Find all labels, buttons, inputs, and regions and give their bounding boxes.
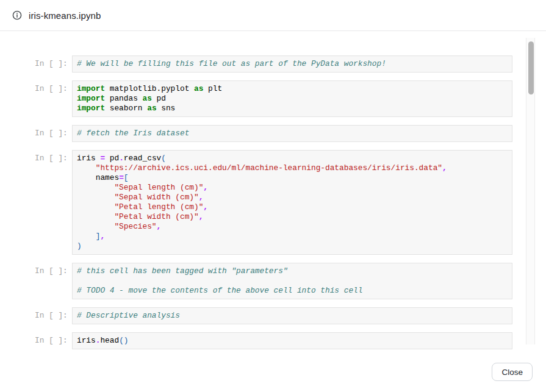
cell-prompt: In [ ]: xyxy=(35,150,68,255)
code-cell-input: # We will be filling this file out as pa… xyxy=(72,55,512,73)
cell-prompt: In [ ]: xyxy=(35,55,68,73)
code-cell-input: # this cell has been tagged with "parame… xyxy=(72,263,512,299)
scrollbar-thumb[interactable] xyxy=(528,41,534,94)
notebook-cell: In [ ]:# Descriptive analysis xyxy=(35,307,512,324)
notebook-cell: In [ ]:iris.head() xyxy=(35,332,512,349)
code-cell-input: iris.head() xyxy=(72,332,512,349)
info-icon xyxy=(12,10,22,20)
code-cell-input: iris = pd.read_csv( "https://archive.ics… xyxy=(72,150,512,255)
notebook-preview: In [ ]:# We will be filling this file ou… xyxy=(0,31,546,357)
cell-prompt: In [ ]: xyxy=(35,263,68,299)
code-cell-input: # Descriptive analysis xyxy=(72,307,512,324)
notebook-cell: In [ ]:import matplotlib.pyplot as pltim… xyxy=(35,80,512,117)
notebook-title: iris-kmeans.ipynb xyxy=(29,10,101,21)
scrollbar-track[interactable] xyxy=(526,38,535,344)
cell-prompt: In [ ]: xyxy=(35,307,68,324)
cells: In [ ]:# We will be filling this file ou… xyxy=(0,31,546,349)
notebook-cell: In [ ]:# this cell has been tagged with … xyxy=(35,263,512,299)
dialog-header: iris-kmeans.ipynb xyxy=(0,0,546,31)
close-button[interactable]: Close xyxy=(492,363,533,381)
code-cell-input: # fetch the Iris dataset xyxy=(72,125,512,142)
cell-prompt: In [ ]: xyxy=(35,80,68,117)
cell-prompt: In [ ]: xyxy=(35,125,68,142)
code-cell-input: import matplotlib.pyplot as pltimport pa… xyxy=(72,80,512,117)
notebook-cell: In [ ]:iris = pd.read_csv( "https://arch… xyxy=(35,150,512,255)
cell-prompt: In [ ]: xyxy=(35,332,68,349)
notebook-cell: In [ ]:# fetch the Iris dataset xyxy=(35,125,512,142)
notebook-cell: In [ ]:# We will be filling this file ou… xyxy=(35,55,512,73)
